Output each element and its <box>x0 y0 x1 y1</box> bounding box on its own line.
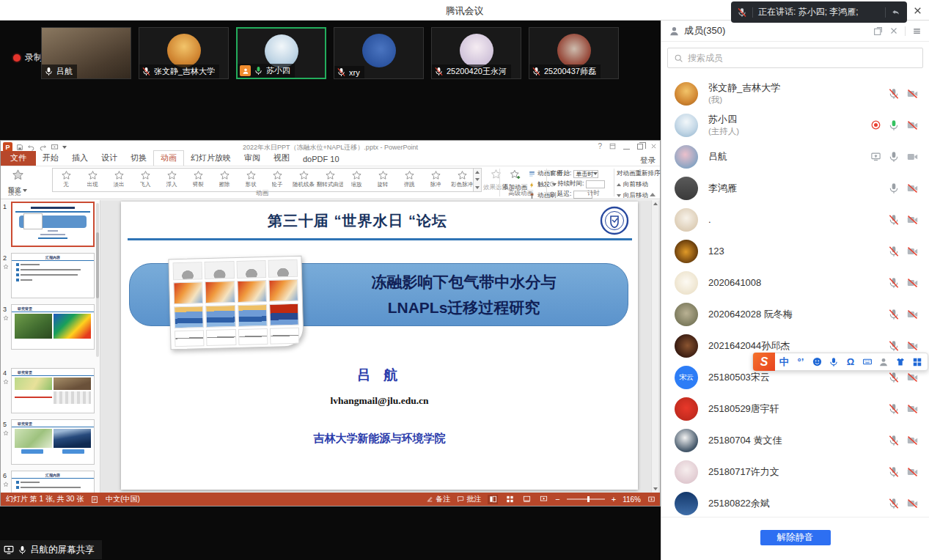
animation-effect-item[interactable]: 形状 <box>238 169 264 191</box>
thumbnails-scrollbar[interactable] <box>96 203 99 357</box>
mic-status-icon[interactable] <box>888 277 900 289</box>
zoom-level[interactable]: 116% <box>623 495 641 504</box>
animation-effect-item[interactable]: 劈裂 <box>185 169 211 191</box>
reply-arrow-icon[interactable] <box>891 7 901 18</box>
animation-effect-item[interactable]: 浮入 <box>158 169 185 191</box>
popout-panel-icon[interactable] <box>873 26 883 36</box>
mic-status-icon[interactable] <box>888 403 900 415</box>
search-input[interactable] <box>688 53 917 63</box>
slide-sorter-view-button[interactable] <box>504 495 515 504</box>
member-row[interactable]: 2020641008 <box>661 267 929 298</box>
ppt-ribbon-tab[interactable]: 开始 <box>36 151 65 166</box>
member-row[interactable]: 25180704 黄文佳 <box>661 424 929 456</box>
member-row[interactable]: 苏小四 (主持人) <box>661 109 929 141</box>
move-earlier-button[interactable]: 向前移动 <box>617 180 661 189</box>
mic-status-icon[interactable] <box>888 246 900 257</box>
emoji-icon[interactable] <box>809 353 825 370</box>
member-row[interactable]: . <box>661 204 929 235</box>
camera-status-icon[interactable] <box>906 403 919 415</box>
ppt-ribbon-tab[interactable]: doPDF 10 <box>296 153 346 166</box>
ppt-ribbon-tab[interactable]: 动画 <box>153 150 184 166</box>
unmute-button[interactable]: 解除静音 <box>760 530 831 545</box>
camera-status-icon[interactable] <box>906 88 919 100</box>
animation-effect-item[interactable]: 旋转 <box>370 169 396 191</box>
animation-effect-item[interactable]: 弹跳 <box>396 169 422 191</box>
camera-status-icon[interactable] <box>906 183 919 194</box>
notes-toggle[interactable]: 备注 <box>426 494 450 504</box>
slideshow-view-button[interactable] <box>538 495 548 504</box>
ppt-ribbon-tab[interactable]: 文件 <box>1 151 36 166</box>
animation-effect-item[interactable]: 飞入 <box>132 169 158 191</box>
video-tile[interactable]: 吕航 <box>41 27 131 79</box>
mic-status-icon[interactable] <box>888 372 900 383</box>
voice-input-icon[interactable] <box>826 353 842 370</box>
ppt-ribbon-tab[interactable]: 设计 <box>95 151 124 166</box>
mic-status-icon[interactable] <box>888 309 900 320</box>
camera-status-icon[interactable] <box>906 277 919 289</box>
slide-canvas[interactable]: 第三十届 “世界水日 “论坛 <box>121 202 638 490</box>
close-panel-icon[interactable] <box>889 26 898 35</box>
animation-effect-item[interactable]: 轮子 <box>264 169 290 191</box>
video-tile[interactable]: xry <box>334 27 424 79</box>
camera-status-icon[interactable] <box>906 214 919 226</box>
member-row[interactable]: 张文静_吉林大学 (我) <box>661 78 929 109</box>
help-icon[interactable]: ? <box>598 142 602 150</box>
camera-status-icon[interactable] <box>906 340 919 352</box>
ppt-ribbon-tab[interactable]: 视图 <box>267 151 296 166</box>
reading-view-button[interactable] <box>521 495 532 504</box>
animation-effect-item[interactable]: 擦除 <box>211 169 238 191</box>
animation-effect-item[interactable]: 随机线条 <box>290 169 317 191</box>
mic-status-icon[interactable] <box>888 466 900 478</box>
comments-toggle[interactable]: 批注 <box>457 494 481 504</box>
zoom-out-button[interactable]: − <box>555 495 559 504</box>
start-select[interactable]: 单击时 <box>573 170 598 178</box>
video-tile[interactable]: 25200420王永河 <box>431 27 521 79</box>
video-tile[interactable]: 张文静_吉林大学 <box>139 27 229 79</box>
chinese-mode-icon[interactable]: 中 <box>776 353 792 370</box>
ppt-ribbon-tab[interactable]: 审阅 <box>238 151 267 166</box>
mic-status-icon[interactable] <box>888 340 900 352</box>
member-row[interactable]: 李鸿雁 <box>661 172 929 204</box>
mic-status-icon[interactable] <box>888 435 900 446</box>
mic-status-icon[interactable] <box>888 119 900 131</box>
animation-effect-item[interactable]: 彩色脉冲 <box>449 169 474 191</box>
normal-view-button[interactable] <box>488 495 498 504</box>
keyboard-icon[interactable] <box>859 353 875 370</box>
duration-input[interactable] <box>586 180 605 188</box>
close-icon[interactable] <box>650 143 657 150</box>
zoom-in-button[interactable]: + <box>612 495 616 504</box>
member-row[interactable]: 123 <box>661 235 929 267</box>
ppt-ribbon-tab[interactable]: 插入 <box>65 151 95 166</box>
slide-scrollbar[interactable] <box>651 200 658 493</box>
video-tile[interactable]: 苏小四 <box>236 27 326 79</box>
member-row[interactable]: 25180822余斌 <box>661 487 929 517</box>
language-indicator[interactable]: 中文(中国) <box>106 494 140 504</box>
panel-menu-icon[interactable] <box>912 26 922 36</box>
skin-icon[interactable] <box>893 353 908 370</box>
ppt-ribbon-tab[interactable]: 切换 <box>124 151 153 166</box>
restore-icon[interactable] <box>637 144 643 150</box>
camera-status-icon[interactable] <box>906 151 919 163</box>
animation-effect-item[interactable]: 淡出 <box>106 169 132 191</box>
camera-status-icon[interactable] <box>906 309 919 320</box>
mic-status-icon[interactable] <box>888 88 900 100</box>
close-icon[interactable] <box>912 5 923 16</box>
mic-status-icon[interactable] <box>888 151 900 163</box>
animation-effect-item[interactable]: 无 <box>53 169 79 191</box>
video-tile[interactable]: 25200437师磊 <box>529 27 619 79</box>
camera-status-icon[interactable] <box>906 466 919 478</box>
mic-status-icon[interactable] <box>888 214 900 226</box>
symbol-icon[interactable]: Ω <box>843 353 859 370</box>
collapse-ribbon-icon[interactable] <box>650 193 656 196</box>
zoom-slider[interactable] <box>567 498 605 500</box>
toolbox-icon[interactable] <box>909 353 925 370</box>
animation-effect-item[interactable]: 缩放 <box>343 169 370 191</box>
animation-effect-item[interactable]: 翻转式由远.. <box>317 169 343 191</box>
camera-status-icon[interactable] <box>906 435 919 446</box>
camera-status-icon[interactable] <box>906 498 919 509</box>
mic-status-icon[interactable] <box>888 183 900 194</box>
member-row[interactable]: 25180717许力文 <box>661 456 929 487</box>
punctuation-icon[interactable]: °’ <box>793 353 809 370</box>
member-row[interactable]: 25180529唐宇轩 <box>661 393 929 424</box>
camera-status-icon[interactable] <box>906 246 919 257</box>
